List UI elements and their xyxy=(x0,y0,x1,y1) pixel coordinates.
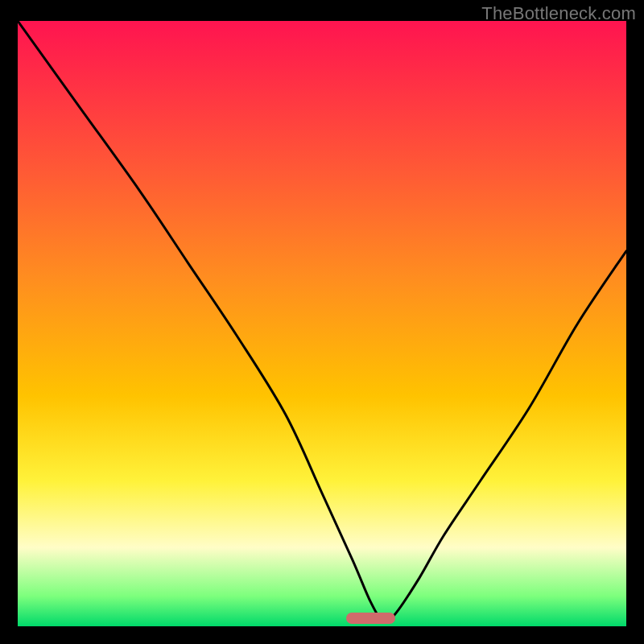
bottleneck-plot xyxy=(18,21,626,626)
bottleneck-marker xyxy=(346,613,394,624)
watermark: TheBottleneck.com xyxy=(481,3,636,24)
bottleneck-curve xyxy=(18,21,626,626)
curve-line xyxy=(18,21,626,621)
